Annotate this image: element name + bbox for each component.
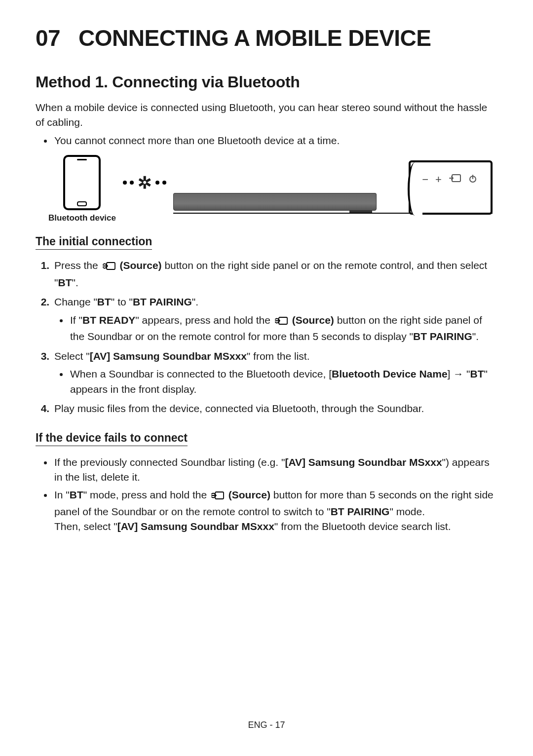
initial-connection-heading: The initial connection	[36, 235, 152, 250]
bluetooth-signal-icon: ✲	[123, 174, 166, 191]
chapter-heading: 07 CONNECTING A MOBILE DEVICE	[36, 25, 497, 51]
method-heading: Method 1. Connecting via Bluetooth	[36, 73, 497, 91]
fail-bullet-1: If the previously connected Soundbar lis…	[53, 455, 497, 485]
bluetooth-connection-figure: Bluetooth device ✲ − +	[48, 155, 493, 223]
step-3-sub: When a Soundbar is connected to the Blue…	[69, 367, 497, 397]
intro-bullet: You cannot connect more than one Bluetoo…	[53, 133, 497, 148]
power-icon	[468, 173, 477, 186]
soundbar-icon	[173, 193, 377, 211]
chapter-title: CONNECTING A MOBILE DEVICE	[78, 25, 431, 51]
step-1: Press the (Source) button on the right s…	[52, 258, 497, 290]
chapter-number: 07	[36, 25, 60, 51]
step-3: Select "[AV] Samsung Soundbar MSxxx" fro…	[52, 348, 497, 397]
step-4: Play music files from the device, connec…	[52, 401, 497, 416]
source-icon	[449, 173, 461, 186]
source-icon	[211, 489, 225, 504]
intro-paragraph: When a mobile device is connected using …	[36, 100, 497, 130]
bluetooth-device-group: Bluetooth device	[48, 155, 116, 223]
volume-up-icon: +	[435, 173, 442, 186]
tv-side-panel-icon: − +	[409, 160, 493, 215]
phone-icon	[63, 155, 101, 210]
bluetooth-icon: ✲	[138, 174, 152, 191]
source-icon	[102, 259, 116, 275]
volume-down-icon: −	[422, 173, 428, 186]
step-2: Change "BT" to "BT PAIRING". If "BT READ…	[52, 294, 497, 344]
fail-bullet-2: In "BT" mode, press and hold the (Source…	[53, 488, 497, 534]
bluetooth-device-label: Bluetooth device	[48, 213, 116, 223]
soundbar-tv-group: − +	[173, 160, 493, 218]
step-2-sub: If "BT READY" appears, press and hold th…	[69, 313, 497, 344]
source-icon	[274, 314, 288, 329]
fails-to-connect-heading: If the device fails to connect	[36, 431, 188, 446]
page-footer: ENG - 17	[0, 720, 533, 730]
